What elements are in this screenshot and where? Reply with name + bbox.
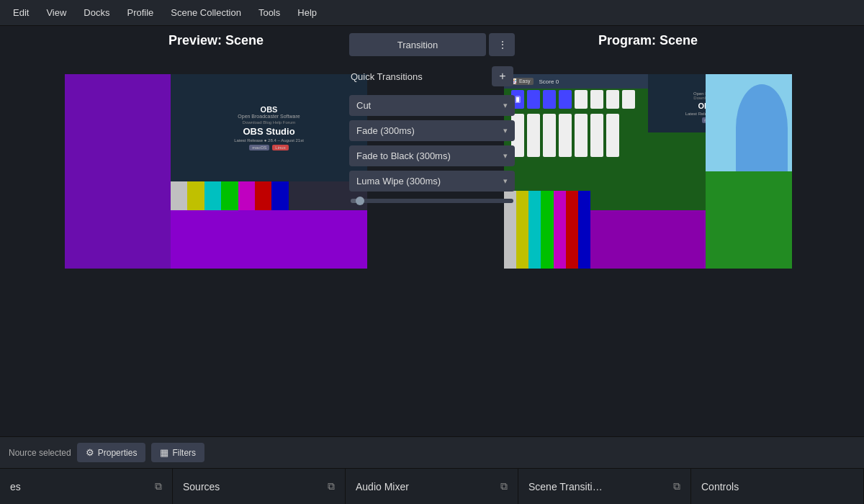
add-transition-button[interactable]: + — [492, 66, 513, 86]
panel-tab-scenes-icon[interactable]: ⧉ — [155, 480, 162, 492]
panel-tab-transitions-label: Scene Transiti… — [528, 481, 603, 492]
transition-panel: Transition ⋮ Quick Transitions + Cut ▾ F… — [349, 26, 515, 206]
source-selected-text: Nource selected — [9, 448, 71, 458]
panel-tab-sources-label: Sources — [183, 481, 220, 492]
slider-thumb[interactable] — [356, 197, 364, 205]
menu-item-docks[interactable]: Docks — [76, 4, 117, 21]
panel-tab-transitions-icon[interactable]: ⧉ — [673, 480, 680, 492]
panel-tab-controls[interactable]: Controls — [691, 469, 864, 504]
panel-tab-audio-label: Audio Mixer — [356, 481, 409, 492]
filters-label: Filters — [172, 448, 196, 458]
landscape-bg — [706, 74, 792, 269]
menu-item-profile[interactable]: Profile — [120, 4, 161, 21]
menubar: Edit View Docks Profile Scene Collection… — [0, 0, 864, 26]
preview-purple-bg — [65, 74, 171, 269]
panel-tab-audio-mixer[interactable]: Audio Mixer ⧉ — [346, 469, 518, 504]
properties-button[interactable]: ⚙ Properties — [77, 443, 146, 462]
transition-select-luma-wipe[interactable]: Luma Wipe (300ms) ▾ — [349, 171, 515, 192]
quick-transitions-label: Quick Transitions — [351, 71, 423, 82]
preview-title: Preview: Scene — [168, 33, 264, 48]
program-screen: 🃏 Easy Score 0 0:00 🂠 — [504, 74, 792, 269]
menu-item-scene-collection[interactable]: Scene Collection — [163, 4, 248, 21]
program-color-bars — [504, 191, 590, 269]
panel-tab-scenes[interactable]: es ⧉ — [0, 469, 173, 504]
transition-select-fade[interactable]: Fade (300ms) ▾ — [349, 120, 515, 141]
transition-select-fade-to-black[interactable]: Fade to Black (300ms) ▾ — [349, 145, 515, 166]
transition-slider-container — [349, 196, 515, 206]
panel-tab-sources[interactable]: Sources ⧉ — [173, 469, 346, 504]
properties-label: Properties — [98, 448, 138, 458]
transition-menu-button[interactable]: ⋮ — [489, 33, 515, 56]
menu-item-view[interactable]: View — [39, 4, 73, 21]
preview-screen: OBS Open Broadcaster Software Download B… — [65, 74, 367, 269]
filter-icon: ▦ — [160, 447, 168, 458]
preview-purple-bottom — [171, 210, 367, 269]
panel-tab-scenes-label: es — [10, 481, 21, 492]
panel-tab-scene-transitions[interactable]: Scene Transiti… ⧉ — [518, 469, 691, 504]
program-title: Program: Scene — [598, 33, 698, 48]
menu-item-edit[interactable]: Edit — [6, 4, 36, 21]
gear-icon: ⚙ — [86, 447, 94, 458]
panel-tab-controls-label: Controls — [701, 481, 739, 492]
transition-button[interactable]: Transition — [349, 33, 486, 56]
prev-website: OBS Open Broadcaster Software Download B… — [171, 74, 367, 181]
panel-tab-audio-icon[interactable]: ⧉ — [500, 480, 508, 492]
transition-header: Transition ⋮ — [349, 33, 515, 56]
filters-button[interactable]: ▦ Filters — [151, 443, 204, 462]
menu-item-help[interactable]: Help — [290, 4, 324, 21]
quick-transitions-row: Quick Transitions + — [349, 62, 515, 91]
panel-tab-sources-icon[interactable]: ⧉ — [328, 480, 335, 492]
main-area: Preview: Scene OBS Open Broadcaster Soft… — [0, 26, 864, 436]
transition-select-cut[interactable]: Cut ▾ — [349, 95, 515, 116]
panels-bar: es ⧉ Sources ⧉ Audio Mixer ⧉ Scene Trans… — [0, 468, 864, 504]
bottom-toolbar: Nource selected ⚙ Properties ▦ Filters — [0, 436, 864, 468]
transition-slider[interactable] — [351, 199, 513, 203]
menu-item-tools[interactable]: Tools — [251, 4, 287, 21]
